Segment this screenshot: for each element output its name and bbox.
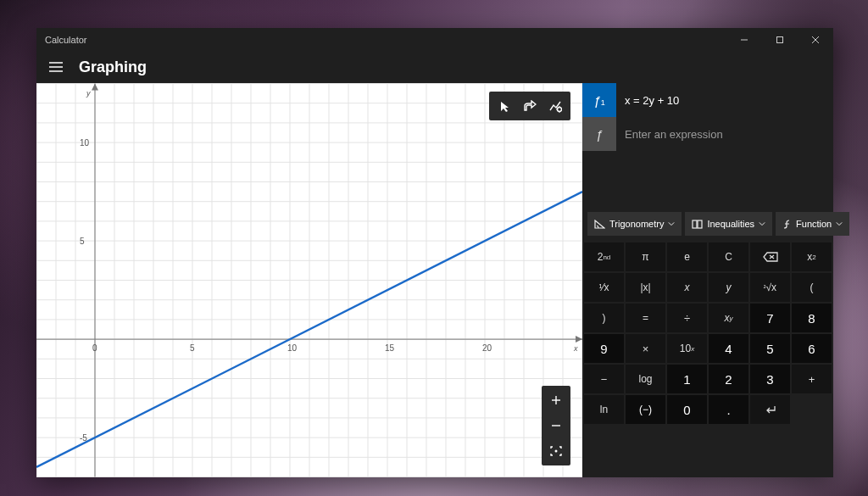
minimize-button[interactable]	[726, 28, 762, 51]
mode-title: Graphing	[79, 59, 147, 76]
svg-text:15: 15	[385, 343, 395, 353]
backspace-icon	[763, 252, 778, 262]
key-ln[interactable]: ln	[584, 395, 624, 424]
svg-text:5: 5	[190, 343, 195, 353]
key-e[interactable]: e	[667, 242, 707, 271]
key-6[interactable]: 6	[792, 334, 832, 363]
svg-rect-77	[698, 220, 702, 228]
key-var-x[interactable]: x	[667, 273, 707, 302]
function-subscript: 1	[601, 93, 605, 107]
key-1[interactable]: 1	[667, 365, 707, 393]
minus-icon	[550, 420, 562, 432]
key-reciprocal[interactable]: ¹⁄x	[584, 273, 624, 302]
app-body: yx05101520-5510	[36, 83, 833, 477]
category-bar: Trigonometry Inequalities Function	[582, 207, 833, 241]
maximize-button[interactable]	[762, 28, 798, 51]
fit-icon	[549, 445, 563, 457]
key-var-y[interactable]: y	[709, 273, 748, 302]
key-negate[interactable]: (−)	[626, 395, 665, 424]
trace-button[interactable]	[492, 94, 517, 118]
key-plus[interactable]: +	[792, 365, 832, 393]
key-clear[interactable]: C	[709, 242, 748, 271]
graph-toolbar	[489, 92, 570, 120]
trigonometry-label: Trigonometry	[609, 219, 664, 229]
zoom-fit-button[interactable]	[542, 438, 570, 464]
svg-text:10: 10	[287, 343, 298, 353]
zoom-in-button[interactable]	[542, 387, 570, 413]
function-dropdown[interactable]: Function	[776, 212, 849, 236]
equation-row-new[interactable]: ƒ Enter an expression	[582, 117, 833, 151]
graph-options-button[interactable]	[542, 94, 568, 118]
key-7[interactable]: 7	[750, 304, 790, 332]
key-sqrt[interactable]: ²√x	[750, 273, 790, 302]
zoom-out-button[interactable]	[542, 413, 570, 438]
key-backspace[interactable]	[750, 242, 790, 271]
key-x-pow-y[interactable]: xy	[709, 304, 748, 332]
equation-function-badge[interactable]: ƒ1	[582, 83, 616, 117]
svg-text:10: 10	[80, 138, 90, 148]
angle-icon	[594, 220, 605, 229]
function-symbol: ƒ	[593, 93, 600, 108]
input-pane: ƒ1 x = 2y + 10 ƒ Enter an expression Tri…	[582, 83, 833, 477]
key-multiply[interactable]: ×	[626, 334, 665, 363]
key-pi[interactable]: π	[626, 242, 665, 271]
key-log[interactable]: log	[626, 365, 665, 393]
svg-text:x: x	[573, 344, 578, 353]
share-button[interactable]	[517, 94, 542, 118]
key-2nd[interactable]: 2nd	[584, 242, 624, 271]
function-symbol: ƒ	[596, 127, 603, 142]
key-decimal[interactable]: .	[709, 395, 748, 424]
cursor-icon	[498, 100, 511, 113]
equation-list: ƒ1 x = 2y + 10 ƒ Enter an expression	[582, 83, 833, 151]
svg-marker-60	[92, 84, 98, 91]
hamburger-icon	[49, 62, 63, 72]
svg-point-71	[558, 107, 562, 111]
window-caption-buttons	[726, 28, 833, 51]
key-enter[interactable]	[750, 395, 790, 424]
key-equals[interactable]: =	[626, 304, 665, 332]
key-lparen[interactable]: (	[792, 273, 832, 302]
equation-row-1[interactable]: ƒ1 x = 2y + 10	[582, 83, 833, 117]
graph-canvas[interactable]: yx05101520-5510	[36, 83, 582, 477]
enter-icon	[765, 404, 776, 415]
key-10-pow-x[interactable]: 10x	[667, 334, 707, 363]
title-bar: Calculator	[36, 28, 833, 51]
svg-point-75	[555, 450, 558, 453]
key-minus[interactable]: −	[584, 365, 624, 393]
key-3[interactable]: 3	[750, 365, 790, 393]
function-label: Function	[796, 219, 832, 229]
svg-text:5: 5	[80, 237, 85, 246]
close-button[interactable]	[798, 28, 833, 51]
inequalities-dropdown[interactable]: Inequalities	[685, 212, 772, 236]
svg-marker-59	[576, 336, 582, 343]
inequalities-label: Inequalities	[707, 219, 754, 229]
key-x-squared[interactable]: x2	[792, 242, 832, 271]
key-0[interactable]: 0	[667, 395, 707, 424]
key-5[interactable]: 5	[750, 334, 790, 363]
calculator-window: Calculator Graphing yx05101520-5510	[36, 28, 833, 477]
share-icon	[523, 100, 537, 112]
svg-rect-1	[777, 36, 783, 42]
key-divide[interactable]: ÷	[667, 304, 707, 332]
key-rparen[interactable]: )	[584, 304, 624, 332]
key-2[interactable]: 2	[709, 365, 748, 393]
equation-text[interactable]: x = 2y + 10	[616, 83, 833, 117]
key-9[interactable]: 9	[584, 334, 624, 363]
key-4[interactable]: 4	[709, 334, 748, 363]
inequality-icon	[692, 220, 703, 229]
svg-text:20: 20	[482, 343, 492, 353]
equation-placeholder[interactable]: Enter an expression	[616, 117, 833, 151]
key-8[interactable]: 8	[792, 304, 832, 332]
graph-pane[interactable]: yx05101520-5510	[36, 83, 582, 477]
app-header: Graphing	[36, 51, 833, 83]
equation-function-badge-blank[interactable]: ƒ	[582, 117, 616, 151]
svg-rect-76	[693, 220, 697, 228]
menu-button[interactable]	[42, 53, 70, 81]
plot-settings-icon	[548, 100, 562, 113]
keypad: 2nd π e C x2 ¹⁄x |x| x y ²√x ( ) = ÷	[582, 241, 833, 426]
svg-text:0: 0	[92, 343, 97, 353]
chevron-down-icon	[759, 220, 765, 227]
function-icon	[782, 219, 792, 229]
trigonometry-dropdown[interactable]: Trigonometry	[587, 212, 682, 236]
key-abs[interactable]: |x|	[626, 273, 665, 302]
